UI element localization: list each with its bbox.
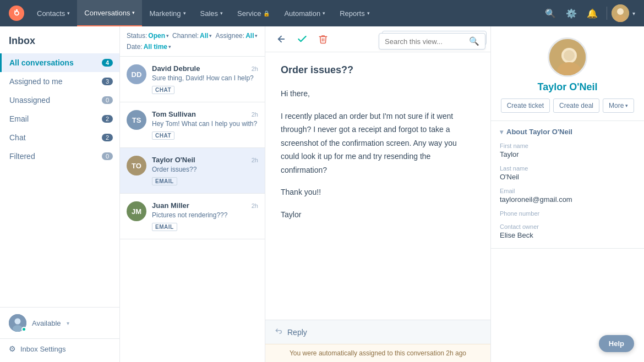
timestamp: 2h — [252, 65, 258, 72]
contact-panel: Taylor O'Neil Create ticket Create deal … — [491, 26, 644, 362]
contact-field: Contact owner Elise Beck — [500, 223, 635, 239]
nav-item-automation[interactable]: Automation ▾ — [277, 0, 332, 26]
nav-item-reports[interactable]: Reports ▾ — [332, 0, 377, 26]
preview-text: Hey Tom! What can I help you with? — [152, 120, 258, 128]
email-body-container: Order issues?? Hi there, I recently plac… — [265, 52, 490, 320]
sidebar-item-assigned-to-me[interactable]: Assigned to me 3 — [0, 72, 119, 91]
search-icon: 🔍 — [469, 36, 479, 46]
assignee-value: All — [245, 32, 254, 40]
date-value: All time — [144, 43, 167, 51]
reply-back-icon — [274, 327, 283, 337]
reply-btn[interactable]: Reply — [287, 328, 307, 337]
chevron-icon: ▾ — [323, 10, 325, 16]
timestamp: 2h — [252, 111, 258, 118]
conv-content: Juan Miller 2h Pictures not rendering???… — [152, 201, 258, 231]
email-subject: Order issues?? — [281, 64, 475, 76]
svg-point-0 — [9, 6, 24, 21]
chevron-icon: ▾ — [166, 33, 169, 39]
sidebar-item-label: Filtered — [9, 152, 102, 161]
auto-assign-notice: You were automatically assigned to this … — [265, 344, 490, 362]
user-avatar-btn[interactable] — [612, 4, 629, 22]
timestamp: 2h — [252, 202, 258, 209]
field-value: Elise Beck — [500, 231, 635, 239]
search-input[interactable] — [385, 37, 469, 46]
field-label: Email — [500, 188, 635, 194]
back-btn[interactable] — [273, 31, 290, 47]
channel-badge: CHAT — [152, 86, 174, 94]
chevron-icon: ▾ — [67, 10, 70, 16]
sidebar-item-filtered[interactable]: Filtered 0 — [0, 147, 119, 166]
nav-item-marketing[interactable]: Marketing ▾ — [142, 0, 193, 26]
resolve-btn[interactable] — [294, 31, 310, 47]
settings-icon-btn[interactable]: ⚙️ — [561, 3, 581, 23]
status-filter[interactable]: Status: Open ▾ — [127, 32, 169, 40]
nav-item-conversations[interactable]: Conversations ▾ — [77, 0, 142, 26]
notifications-icon-btn[interactable]: 🔔 — [582, 3, 602, 23]
create-ticket-btn[interactable]: Create ticket — [501, 98, 550, 113]
count-badge: 2 — [102, 134, 113, 141]
nav-item-contacts[interactable]: Contacts ▾ — [30, 0, 77, 26]
user-menu-chevron[interactable]: ▾ — [630, 10, 637, 17]
section-title: About Taylor O'Neil — [506, 128, 572, 136]
conv-content: Tom Sullivan 2h Hey Tom! What can I help… — [152, 110, 258, 140]
channel-badge: EMAIL — [152, 223, 177, 231]
section-header[interactable]: ▾ About Taylor O'Neil — [500, 128, 635, 136]
timestamp: 2h — [252, 157, 258, 163]
nav-right-icons: 🔍 ⚙️ 🔔 ▾ — [541, 3, 637, 23]
chevron-down-icon: ▾ — [67, 320, 69, 326]
sidebar-item-all-conversations[interactable]: All conversations 4 — [0, 53, 119, 72]
field-value: tayloroneil@gmail.com — [500, 195, 635, 204]
avatar: TS — [127, 110, 146, 130]
list-item[interactable]: TS Tom Sullivan 2h Hey Tom! What can I h… — [120, 102, 265, 148]
top-nav: Contacts ▾ Conversations ▾ Marketing ▾ S… — [0, 0, 644, 26]
count-badge: 0 — [102, 96, 113, 104]
create-deal-btn[interactable]: Create deal — [553, 98, 599, 113]
sidebar-item-chat[interactable]: Chat 2 — [0, 128, 119, 147]
nav-item-sales[interactable]: Sales ▾ — [193, 0, 231, 26]
list-item[interactable]: JM Juan Miller 2h Pictures not rendering… — [120, 194, 265, 239]
inbox-settings-btn[interactable]: ⚙ Inbox Settings — [0, 338, 119, 362]
sidebar-nav: All conversations 4 Assigned to me 3 Una… — [0, 51, 119, 307]
status-label: Available — [32, 319, 61, 327]
field-label: Phone number — [500, 210, 635, 217]
email-body: Hi there, I recently placed an order but… — [281, 87, 475, 221]
delete-btn[interactable] — [315, 31, 331, 47]
list-item[interactable]: TO Taylor O'Neil 2h Order issues?? EMAIL — [120, 148, 265, 194]
conversation-list: Status: Open ▾ Channel: All ▾ Assignee: … — [120, 26, 265, 362]
field-label: First name — [500, 142, 635, 149]
nav-divider — [607, 7, 607, 20]
channel-filter[interactable]: Channel: All ▾ — [172, 32, 212, 40]
search-icon-btn[interactable]: 🔍 — [541, 3, 560, 23]
date-filter[interactable]: Date: All time ▾ — [127, 43, 171, 51]
chevron-icon: ▾ — [168, 44, 171, 50]
lock-icon: 🔒 — [263, 10, 270, 17]
hubspot-logo[interactable] — [7, 3, 26, 23]
sidebar-footer: Available ▾ ⚙ Inbox Settings — [0, 307, 119, 362]
chevron-icon: ▾ — [367, 10, 370, 16]
inbox-settings-label: Inbox Settings — [20, 345, 66, 353]
contact-field: Email tayloroneil@gmail.com — [500, 188, 635, 204]
app-body: Inbox All conversations 4 Assigned to me… — [0, 26, 644, 362]
sidebar-item-email[interactable]: Email 2 — [0, 109, 119, 128]
user-status-btn[interactable]: Available ▾ — [0, 307, 119, 338]
assignee-filter[interactable]: Assignee: All ▾ — [215, 32, 258, 40]
assignee-label: Assignee: — [215, 32, 244, 40]
sidebar-item-label: Chat — [9, 133, 102, 142]
count-badge: 0 — [102, 152, 113, 160]
sidebar-item-label: Assigned to me — [9, 77, 102, 86]
more-btn[interactable]: More ▾ — [603, 98, 634, 113]
help-button[interactable]: Help — [599, 335, 634, 352]
count-badge: 4 — [102, 59, 113, 67]
field-value: Taylor — [500, 150, 635, 158]
avatar: TO — [127, 156, 146, 175]
nav-item-service[interactable]: Service 🔒 — [230, 0, 277, 26]
status-value: Open — [148, 32, 165, 40]
status-label: Status: — [127, 32, 147, 40]
sidebar-item-unassigned[interactable]: Unassigned 0 — [0, 91, 119, 109]
sidebar-item-label: Unassigned — [9, 96, 102, 105]
avatar: JM — [127, 201, 146, 221]
list-item[interactable]: DD David Debrule 2h Sure thing, David! H… — [120, 57, 265, 102]
preview-text: Order issues?? — [152, 166, 258, 173]
user-avatar — [9, 314, 26, 332]
contact-actions: Create ticket Create deal More ▾ — [501, 98, 635, 113]
